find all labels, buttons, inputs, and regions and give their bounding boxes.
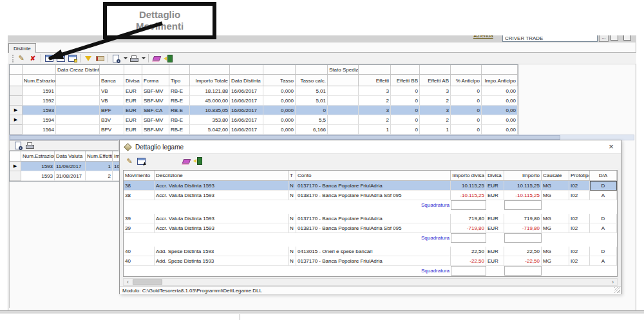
column-header[interactable]: Tipo	[169, 75, 190, 86]
row-selector[interactable]	[10, 86, 23, 96]
toolbar-separator	[148, 54, 149, 62]
column-header[interactable]: Importo divisa	[451, 171, 486, 181]
company-combo[interactable]: CRIVER TRADE	[502, 35, 598, 42]
main-grid-row[interactable]: 1592VBEURSBF-MVRB-E45.000,0016/06/20170,…	[10, 96, 518, 106]
dialog-grid-row[interactable]: 38Accr. Valuta Distinta 1593N0137170 - B…	[124, 181, 617, 191]
dialog-grid-row[interactable]: 40Add. Spese Distinta 1593N0137170 - Ban…	[124, 256, 617, 266]
scrollbar-thumb[interactable]	[10, 135, 560, 140]
range-button[interactable]	[94, 53, 106, 64]
row-selector[interactable]	[10, 96, 23, 106]
clear-button[interactable]	[151, 53, 162, 64]
lower-preview-button[interactable]	[12, 140, 24, 151]
column-header[interactable]: Data Valuta	[55, 151, 86, 162]
group-cell	[359, 65, 391, 75]
dialog-clear-button[interactable]	[180, 156, 192, 166]
column-header[interactable]: Descrizione	[155, 171, 289, 181]
column-header[interactable]: Tasso	[263, 75, 296, 86]
print-button[interactable]	[128, 53, 140, 64]
main-grid-row[interactable]: 1564BPVEURSBF-MVRB-E5.042,0016/06/20170,…	[10, 125, 518, 135]
empty-cell	[289, 266, 296, 276]
dialog-edit-button[interactable]: ✎	[124, 156, 135, 166]
column-header[interactable]	[328, 75, 359, 86]
cancel-edit-button[interactable]: ✘	[27, 53, 39, 64]
row-selector[interactable]	[10, 125, 23, 135]
cell-da: A	[590, 223, 617, 233]
lower-print-button[interactable]	[24, 140, 35, 151]
column-header[interactable]: D/A	[590, 171, 617, 181]
cell-data_distinta: 16/06/2017	[230, 86, 263, 96]
empty-cell	[486, 266, 504, 276]
row-selector[interactable]	[10, 171, 21, 181]
column-header[interactable]: Forma	[142, 75, 169, 86]
dialog-grid-row[interactable]: 39Accr. Valuta Distinta 1593N0137170 - B…	[124, 214, 617, 223]
minimize-button[interactable]	[611, 35, 618, 41]
column-header[interactable]	[56, 75, 100, 86]
column-header[interactable]: Effetti	[359, 75, 391, 86]
column-header[interactable]: Divisa	[124, 75, 142, 86]
column-header[interactable]: % Anticipo	[451, 75, 482, 86]
filter-button[interactable]	[82, 53, 94, 64]
row-selector-header	[10, 151, 21, 162]
column-header[interactable]: Num.Estrazione	[21, 151, 55, 162]
cell-prototipo: I02	[569, 191, 590, 200]
print-dropdown[interactable]	[140, 53, 146, 64]
column-header[interactable]: Tasso calc.	[296, 75, 328, 86]
exit-button[interactable]	[162, 53, 174, 64]
row-selector[interactable]: ▶	[10, 115, 23, 125]
column-header[interactable]: Data Distinta	[230, 75, 263, 86]
column-header[interactable]: Effetti BB	[391, 75, 420, 86]
column-header[interactable]: Num.Effetti	[86, 151, 113, 162]
callout-box: Dettaglio Movimenti	[103, 2, 216, 39]
dialog-titlebar[interactable]: Dettaglio legame ×	[120, 140, 621, 154]
edit-button[interactable]: ✎	[15, 53, 27, 64]
dialog-hscrollbar[interactable]: ‹ ›	[123, 278, 618, 286]
cell-num_effetti: 2	[86, 171, 113, 181]
print-preview-dropdown[interactable]	[122, 53, 128, 64]
column-header[interactable]: Importo Totale	[190, 75, 230, 86]
dettaglio-movimenti-button[interactable]	[43, 53, 55, 64]
column-header[interactable]: Movimento	[124, 171, 155, 181]
scrollbar-thumb[interactable]	[133, 279, 162, 285]
dialog-exit-button[interactable]	[192, 156, 204, 166]
scroll-left-icon[interactable]: ‹	[124, 279, 132, 285]
cell-importo: -10.115,25	[504, 191, 542, 200]
main-grid-row[interactable]: 1591VBEURSBF-MVRB-E18.121,8816/06/20170,…	[10, 86, 518, 96]
maximize-button[interactable]	[623, 35, 631, 41]
dialog-grid-row[interactable]: 38Accr. Valuta Distinta 1593N0138170 - B…	[124, 191, 617, 200]
dettaglio-legame-button[interactable]	[66, 53, 78, 64]
row-selector[interactable]: ▶	[10, 106, 23, 115]
main-grid-row[interactable]: ▶1593BPFEURSBF-CARB-E10.835,0516/06/2017…	[10, 106, 518, 115]
column-header[interactable]: Divisa	[486, 171, 504, 181]
resize-grip[interactable]	[614, 287, 620, 293]
column-header[interactable]: Causale	[542, 171, 569, 181]
squadratura-box	[504, 266, 542, 276]
scroll-right-icon[interactable]: ›	[609, 279, 617, 285]
row-selector[interactable]: ▶	[10, 162, 21, 171]
main-grid-group-row: Data Creaz DistintaStato Spedizione	[10, 65, 518, 75]
column-header[interactable]: Conto	[296, 171, 451, 181]
column-header[interactable]: Impo.Anticipo	[482, 75, 518, 86]
print-preview-button[interactable]	[110, 53, 122, 64]
exit-door-icon	[193, 157, 202, 165]
cell-movimento: 38	[124, 181, 155, 191]
dialog-properties-button[interactable]	[135, 156, 147, 166]
column-header[interactable]: Effetti AB	[420, 75, 451, 86]
column-header[interactable]: Banca	[100, 75, 124, 86]
squadratura-label: Squadratura	[296, 233, 451, 243]
company-browse-button[interactable]: ...	[599, 35, 609, 42]
dettaglio-distinta-button[interactable]	[55, 53, 66, 64]
cell-importo_divisa: 719,80	[451, 214, 486, 223]
dialog-close-button[interactable]: ×	[601, 140, 621, 154]
tab-distinte[interactable]: Distinte	[8, 43, 36, 53]
dialog-grid-row[interactable]: 39Accr. Valuta Distinta 1593N0138170 - B…	[124, 223, 617, 233]
column-header[interactable]: Prototipo	[569, 171, 590, 181]
main-grid-row[interactable]: ▶1594B3VEURSBF-MVRB-E353,8016/06/20170,0…	[10, 115, 518, 125]
column-header[interactable]: Num.Estrazione	[23, 75, 56, 86]
dialog-grid-row[interactable]: 40Add. Spese Distinta 1593N0413015 - One…	[124, 247, 617, 256]
squadratura-label: Squadratura	[296, 200, 451, 210]
cell-divisa: EUR	[124, 96, 142, 106]
column-header[interactable]: Importo	[504, 171, 542, 181]
column-header[interactable]: T	[289, 171, 296, 181]
cell-divisa: EUR	[124, 86, 142, 96]
main-grid: Data Creaz DistintaStato SpedizioneNum.E…	[9, 64, 518, 135]
